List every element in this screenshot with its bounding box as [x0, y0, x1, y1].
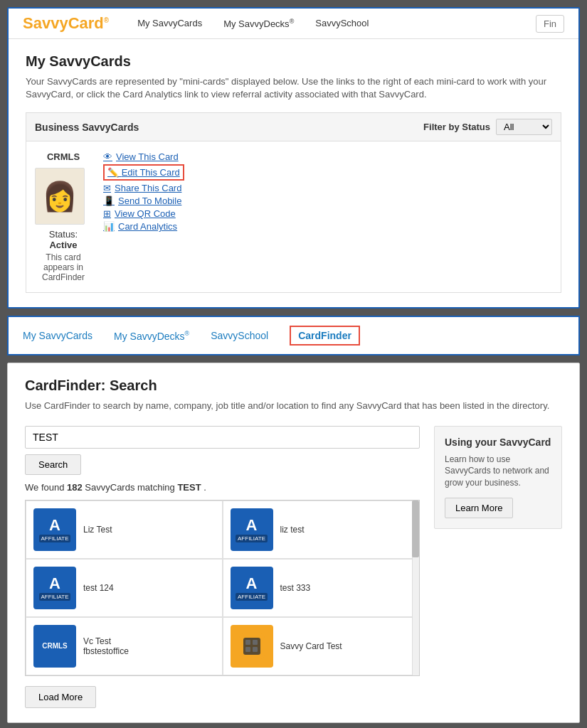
- orange-logo-svg: [238, 632, 266, 660]
- cardfinder-body: Search We found 182 SavvyCards matching …: [25, 426, 562, 708]
- mini-card-name-3: test 124: [83, 583, 114, 593]
- nav-my-savvycards[interactable]: My SavvyCards: [137, 18, 202, 28]
- site-logo: SavvyCard®: [23, 14, 109, 33]
- logo-badge-4: AFFILIATE: [236, 593, 268, 601]
- send-to-mobile-link[interactable]: 📱 Send To Mobile: [103, 196, 217, 206]
- card-logo-crmls: CRMLS: [33, 625, 76, 668]
- list-item[interactable]: CRMLS Vc Testfbstestoffice: [26, 617, 223, 675]
- svg-rect-2: [245, 640, 250, 645]
- logo-letter-4: A: [246, 574, 258, 593]
- svg-rect-5: [253, 647, 258, 652]
- logo-badge-2: AFFILIATE: [236, 535, 268, 542]
- scrollbar[interactable]: [412, 500, 419, 675]
- filter-row: Filter by Status All Active Inactive: [423, 119, 552, 135]
- crmls-text: CRMLS: [42, 642, 68, 651]
- list-item[interactable]: A AFFILIATE test 333: [223, 559, 420, 617]
- card-status: Status: Active: [35, 229, 92, 250]
- qr-icon: ⊞: [103, 208, 111, 219]
- cardfinder-description: Use CardFinder to search by name, compan…: [25, 400, 562, 412]
- card-logo-affiliate-2: A AFFILIATE: [231, 508, 273, 551]
- sidebar-title: Using your SavvyCard: [445, 437, 551, 448]
- mini-card-name: Liz Test: [83, 525, 112, 535]
- results-query: TEST: [177, 482, 201, 493]
- card-logo-affiliate-4: A AFFILIATE: [231, 567, 273, 609]
- edit-card-box: ✏️ Edit This Card: [103, 164, 184, 181]
- cardfinder-title: CardFinder: Search: [25, 378, 562, 394]
- business-savvycards-header: Business SavvyCards Filter by Status All…: [26, 112, 561, 141]
- mini-card-name-5: Vc Testfbstestoffice: [83, 636, 129, 656]
- view-card-link[interactable]: 👁 View This Card: [103, 151, 217, 162]
- logo-savvy: Savvy: [23, 14, 68, 32]
- avatar-face: 👩: [42, 180, 78, 213]
- cardfinder-sidebar: Using your SavvyCard Learn how to use Sa…: [434, 426, 562, 529]
- share-icon: ✉: [103, 183, 111, 193]
- card-logo-orange: [231, 625, 273, 668]
- mini-card-name-2: liz test: [280, 525, 305, 535]
- eye-icon: 👁: [103, 151, 112, 162]
- mini-card-name-4: test 333: [280, 583, 311, 593]
- section-label: Business SavvyCards: [35, 122, 139, 133]
- results-text: We found 182 SavvyCards matching TEST .: [25, 482, 420, 493]
- search-button[interactable]: Search: [25, 454, 81, 475]
- filter-select[interactable]: All Active Inactive: [496, 119, 552, 135]
- card-appears: This card appears in CardFinder: [35, 252, 92, 282]
- filter-label: Filter by Status: [423, 122, 490, 132]
- sidebar-description: Learn how to use SavvyCards to network a…: [445, 454, 551, 489]
- header-search-input[interactable]: Fin: [536, 15, 564, 33]
- navbar-my-savvycards[interactable]: My SavvyCards: [23, 330, 92, 341]
- svg-rect-3: [253, 640, 258, 645]
- share-card-link[interactable]: ✉ Share This Card: [103, 183, 217, 193]
- card-logo-affiliate: A AFFILIATE: [33, 508, 76, 551]
- card-logo-affiliate-3: A AFFILIATE: [33, 567, 76, 609]
- my-savvycards-content: My SavvyCards Your SavvyCards are repres…: [9, 39, 578, 307]
- nav-bar-section: My SavvyCards My SavvyDecks® SavvySchool…: [7, 316, 580, 355]
- card-actions: 👁 View This Card ✏️ Edit This Card ✉ Sha…: [103, 151, 217, 232]
- cards-grid: A AFFILIATE Liz Test A AFFILIATE liz tes…: [26, 500, 419, 675]
- edit-icon: ✏️: [107, 167, 119, 178]
- nav-savvyschool[interactable]: SavvySchool: [315, 18, 369, 28]
- scrollbar-thumb: [412, 500, 419, 557]
- logo-letter-2: A: [246, 516, 258, 535]
- navbar-savvyschool[interactable]: SavvySchool: [211, 330, 268, 341]
- nav-my-savvydecks[interactable]: My SavvyDecks®: [223, 18, 294, 29]
- mobile-icon: 📱: [103, 196, 115, 206]
- learn-more-button[interactable]: Learn More: [445, 498, 513, 518]
- edit-card-link[interactable]: ✏️ Edit This Card: [103, 164, 217, 181]
- page-title: My SavvyCards: [26, 53, 561, 70]
- navbar-cardfinder[interactable]: CardFinder: [290, 326, 360, 346]
- navbar-my-savvydecks[interactable]: My SavvyDecks®: [114, 330, 189, 342]
- logo-card: Card: [68, 14, 104, 32]
- site-header: SavvyCard® My SavvyCards My SavvyDecks® …: [9, 9, 578, 39]
- svg-rect-4: [245, 647, 250, 652]
- cards-grid-container: A AFFILIATE Liz Test A AFFILIATE liz tes…: [25, 500, 420, 676]
- card-label: CRMLS: [35, 151, 92, 162]
- cardfinder-main: Search We found 182 SavvyCards matching …: [25, 426, 420, 708]
- list-item[interactable]: A AFFILIATE liz test: [223, 500, 420, 559]
- logo-badge-3: AFFILIATE: [39, 593, 71, 601]
- page-description: Your SavvyCards are represented by "mini…: [26, 75, 561, 101]
- analytics-icon: 📊: [103, 221, 115, 232]
- card-analytics-link[interactable]: 📊 Card Analytics: [103, 221, 217, 232]
- view-qr-link[interactable]: ⊞ View QR Code: [103, 208, 217, 219]
- list-item[interactable]: A AFFILIATE test 124: [26, 559, 223, 617]
- header-nav: My SavvyCards My SavvyDecks® SavvySchool: [137, 18, 369, 29]
- cardfinder-section: CardFinder: Search Use CardFinder to sea…: [7, 363, 580, 722]
- results-count: 182: [67, 482, 83, 493]
- mini-card-name-6: Savvy Card Test: [280, 641, 342, 651]
- my-savvycards-section: SavvyCard® My SavvyCards My SavvyDecks® …: [7, 7, 580, 309]
- logo-reg: ®: [104, 16, 109, 24]
- avatar: 👩: [35, 168, 85, 225]
- logo-letter-3: A: [49, 574, 60, 593]
- logo-letter: A: [49, 516, 60, 535]
- logo-badge: AFFILIATE: [39, 535, 71, 542]
- card-avatar-container: CRMLS 👩 Status: Active This card appears…: [35, 151, 92, 282]
- load-more-button[interactable]: Load More: [25, 686, 96, 708]
- savvycard-row: CRMLS 👩 Status: Active This card appears…: [26, 141, 561, 293]
- list-item[interactable]: Savvy Card Test: [223, 617, 420, 675]
- list-item[interactable]: A AFFILIATE Liz Test: [26, 500, 223, 559]
- search-input[interactable]: [25, 426, 420, 449]
